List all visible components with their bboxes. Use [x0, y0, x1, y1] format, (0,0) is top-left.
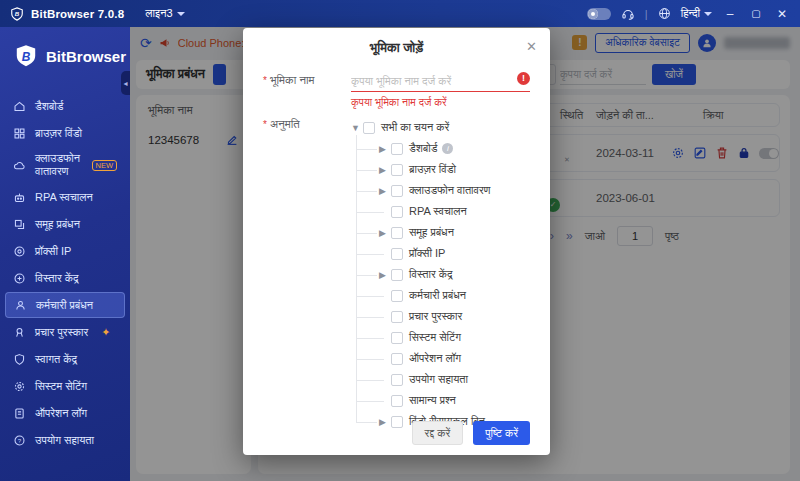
field-label-permission: *अनुमति	[263, 115, 351, 432]
sidebar-collapse-handle[interactable]: ◂	[121, 71, 130, 95]
tree-children: ▶डैशबोर्डi ▶ब्राउज़र विंडो ▶क्लाउडफोन वा…	[351, 138, 530, 432]
chevron-down-icon[interactable]: ▼	[351, 123, 361, 133]
gear-icon	[13, 380, 26, 393]
brand-name: BitBrowser	[46, 48, 126, 65]
chevron-right-icon[interactable]: ▶	[379, 270, 389, 280]
sidebar-item-groups[interactable]: समूह प्रबंधन	[5, 211, 125, 237]
dialog-title: भूमिका जोड़ें	[243, 28, 550, 56]
sidebar-item-dashboard[interactable]: डैशबोर्ड	[5, 93, 125, 119]
checkbox[interactable]	[391, 227, 403, 239]
required-asterisk: *	[263, 119, 267, 130]
checkbox[interactable]	[391, 206, 403, 218]
plus-circle-icon	[13, 272, 26, 285]
headset-icon[interactable]	[621, 7, 635, 21]
svg-text:B: B	[15, 10, 20, 17]
divider: |	[645, 8, 648, 20]
sidebar-item-promotion-reward[interactable]: प्रचार पुरस्कार ✦	[5, 319, 125, 345]
theme-toggle[interactable]	[587, 8, 611, 20]
home-icon	[13, 100, 26, 113]
tree-node[interactable]: ▶डैशबोर्डi	[367, 138, 530, 159]
sidebar-item-welcome-center[interactable]: स्वागत केंद्र	[5, 346, 125, 372]
tree-node[interactable]: ▶समूह प्रबंधन	[367, 222, 530, 243]
field-label-role-name: *भूमिका नाम	[263, 71, 351, 92]
new-badge: NEW	[92, 160, 118, 171]
chevron-right-icon[interactable]: ▶	[379, 144, 389, 154]
checkbox[interactable]	[391, 143, 403, 155]
robot-icon	[13, 191, 26, 204]
sidebar-item-browser-windows[interactable]: ब्राउज़र विंडो	[5, 120, 125, 146]
tree-node[interactable]: RPA स्वचालन	[367, 201, 530, 222]
checkbox[interactable]	[391, 248, 403, 260]
required-asterisk: *	[263, 75, 267, 86]
target-icon	[13, 245, 26, 258]
checkbox[interactable]	[391, 374, 403, 386]
sidebar-item-usage-help[interactable]: ? उपयोग सहायता	[5, 427, 125, 453]
sidebar-item-rpa[interactable]: RPA स्वचालन	[5, 184, 125, 210]
checkbox[interactable]	[391, 416, 403, 428]
titlebar: B BitBrowser 7.0.8 लाइन3 | हिन्दी – ▢ ✕	[0, 0, 800, 27]
chevron-right-icon[interactable]: ▶	[379, 165, 389, 175]
sparkle-icon: ✦	[101, 326, 110, 339]
tree-node[interactable]: ▶ब्राउज़र विंडो	[367, 159, 530, 180]
sidebar-item-system-settings[interactable]: सिस्टम सेटिंग	[5, 373, 125, 399]
checkbox[interactable]	[391, 332, 403, 344]
checkbox[interactable]	[391, 269, 403, 281]
sidebar-item-operation-log[interactable]: ऑपरेशन लॉग	[5, 400, 125, 426]
person-icon	[14, 299, 27, 312]
sidebar-item-cloudphone[interactable]: क्लाउडफोन वातावरण NEW	[5, 147, 125, 183]
chevron-down-icon	[704, 12, 712, 16]
bitbrowser-logo-icon: B	[10, 7, 24, 21]
tree-node[interactable]: सामान्य प्रश्न	[367, 390, 530, 411]
chevron-right-icon[interactable]: ▶	[379, 186, 389, 196]
checkbox[interactable]	[391, 353, 403, 365]
line-selector[interactable]: लाइन3	[145, 7, 184, 20]
permission-tree: ▼सभी का चयन करें ▶डैशबोर्डi ▶ब्राउज़र वि…	[351, 117, 530, 432]
tree-node[interactable]: सिस्टम सेटिंग	[367, 327, 530, 348]
info-icon[interactable]: i	[442, 143, 453, 154]
sidebar-logo: B BitBrowser	[0, 27, 130, 69]
language-selector[interactable]: हिन्दी	[681, 7, 712, 20]
confirm-button[interactable]: पुष्टि करें	[473, 421, 530, 445]
shield-icon	[13, 353, 26, 366]
sidebar-item-proxy-ip[interactable]: प्रॉक्सी IP	[5, 238, 125, 264]
sidebar-item-extension-center[interactable]: विस्तार केंद्र	[5, 265, 125, 291]
cancel-button[interactable]: रद्द करें	[412, 421, 464, 445]
role-name-input[interactable]	[351, 73, 530, 92]
tree-node[interactable]: ▶विस्तार केंद्र	[367, 264, 530, 285]
maximize-button[interactable]: ▢	[748, 8, 764, 19]
question-icon: ?	[13, 434, 26, 447]
globe-icon	[658, 7, 671, 20]
close-window-button[interactable]: ✕	[774, 7, 790, 21]
tree-node[interactable]: प्रॉक्सी IP	[367, 243, 530, 264]
svg-text:?: ?	[18, 436, 22, 443]
tree-node[interactable]: ▶क्लाउडफोन वातावरण	[367, 180, 530, 201]
tree-node[interactable]: प्रचार पुरस्कार	[367, 306, 530, 327]
svg-text:B: B	[22, 50, 31, 64]
checkbox[interactable]	[391, 164, 403, 176]
checkbox[interactable]	[391, 395, 403, 407]
tree-node[interactable]: कर्मचारी प्रबंधन	[367, 285, 530, 306]
sidebar-nav: डैशबोर्ड ब्राउज़र विंडो क्लाउडफोन वातावर…	[0, 93, 130, 453]
validation-error-text: कृपया भूमिका नाम दर्ज करें	[351, 96, 530, 109]
layers-icon	[13, 218, 26, 231]
tree-node-select-all[interactable]: ▼सभी का चयन करें	[351, 117, 530, 138]
app-title: BitBrowser 7.0.8	[31, 8, 124, 20]
tree-node[interactable]: ऑपरेशन लॉग	[367, 348, 530, 369]
tree-node[interactable]: उपयोग सहायता	[367, 369, 530, 390]
checkbox[interactable]	[391, 185, 403, 197]
close-icon[interactable]: ✕	[526, 39, 537, 54]
checkbox[interactable]	[391, 311, 403, 323]
sidebar-item-staff-management[interactable]: कर्मचारी प्रबंधन	[5, 292, 125, 318]
add-role-dialog: भूमिका जोड़ें ✕ *भूमिका नाम ! कृपया भूमि…	[243, 28, 550, 455]
bitbrowser-shield-icon: B	[13, 43, 39, 69]
chevron-right-icon[interactable]: ▶	[379, 228, 389, 238]
checkbox[interactable]	[363, 122, 375, 134]
grid-icon	[13, 127, 26, 140]
error-icon: !	[517, 72, 530, 85]
chevron-right-icon[interactable]: ▶	[379, 417, 389, 427]
minimize-button[interactable]: –	[722, 7, 738, 21]
medal-icon	[13, 326, 26, 339]
sidebar: B BitBrowser ◂ डैशबोर्ड ब्राउज़र विंडो क…	[0, 27, 130, 481]
checkbox[interactable]	[391, 290, 403, 302]
cloud-icon	[13, 159, 26, 172]
